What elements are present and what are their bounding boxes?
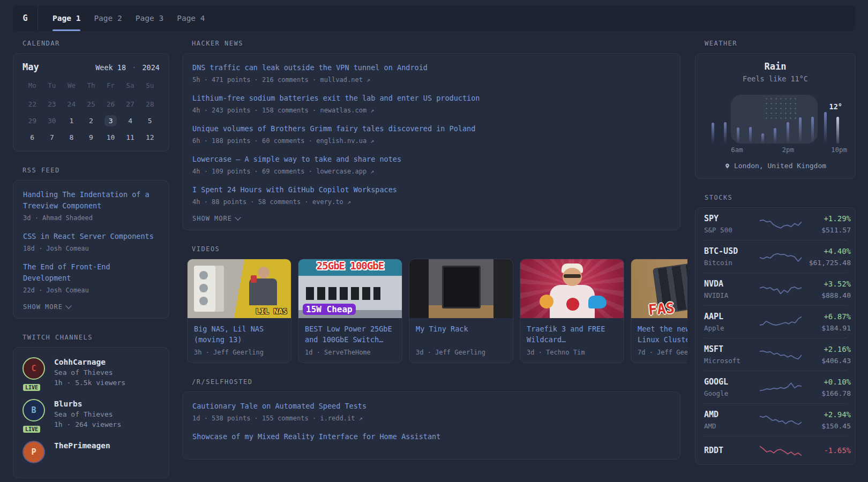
stock-symbol: RDDT [704,446,760,456]
calendar-day: 5 [140,112,160,129]
hackernews-item-title[interactable]: I Spent 24 Hours with GitHub Copilot Wor… [192,184,670,195]
video-card-body: Big NAS, Lil NAS (moving 13)3h · Jeff Ge… [188,318,291,363]
stock-values-block: +2.94%$150.45 [802,410,851,430]
hackernews-item-title[interactable]: DNS traffic can leak outside the VPN tun… [192,62,670,73]
stock-change: +6.87% [802,312,851,322]
thumbnail-overlay-bottom-text: 15W Cheap [303,304,356,315]
stock-row[interactable]: AMDAMD+2.94%$150.45 [704,403,847,436]
twitch-channel-meta: 1h · 5.5k viewers [54,378,125,388]
twitch-channel-name[interactable]: ThePrimeagen [54,441,110,451]
stock-change: +2.94% [802,410,851,420]
stock-row[interactable]: RDDT-1.65% [704,436,847,464]
thumbnail-overlay-text: FAS [648,299,675,318]
video-card: 25GbE 100GbE15W CheapBEST Low Power 25Gb… [298,259,402,363]
video-title[interactable]: BEST Low Power 25GbE and 100GbE Switch… [305,323,395,345]
stock-row[interactable]: SPYS&P 500+1.29%$511.57 [704,208,847,240]
twitch-avatar: C [23,357,45,380]
video-title[interactable]: Traefik 3 and FREE Wildcard… [527,323,617,345]
weather-card: Rain Feels like 11°C 12° 6am2pm10pm Lond… [695,53,856,179]
thumbnail-overlay-top-text: 25GbE 100GbE [298,260,402,272]
show-more-button[interactable]: SHOW MORE [23,303,159,311]
hackernews-section-label: HACKER NEWS [182,40,680,47]
thumb-art-ic2 [566,298,579,311]
stock-change: +2.16% [802,344,851,355]
video-title[interactable]: Meet the newest Linux Cluster [638,323,687,345]
rss-item-meta: 18d · Josh Comeau [23,245,159,252]
rss-item-title[interactable]: The End of Front-End Development [23,261,159,284]
rss-item-title[interactable]: Handling The Indentation of a Treeview C… [23,189,159,212]
hackernews-item-title[interactable]: Lowercase – A simple way to take and sha… [192,154,670,165]
video-meta: 3h · Jeff Geerling [194,349,285,356]
weather-bar [799,117,802,144]
video-title[interactable]: My Tiny Rack [416,323,506,345]
calendar-weekday: Tu [42,81,62,96]
twitch-channel-name[interactable]: Blurbs [54,399,121,409]
calendar-day: 30 [42,112,62,129]
thumb-art-mug [251,275,257,283]
calendar-day: 23 [42,96,62,112]
stock-name: S&P 500 [704,226,760,234]
weather-bars [712,92,839,144]
video-card: LIL NASBig NAS, Lil NAS (moving 13)3h · … [187,259,291,363]
calendar-weekday: Th [81,81,101,96]
weather-tick-label: 6am [731,146,743,154]
twitch-channel-row[interactable]: PThePrimeagen [23,441,160,463]
thumb-art-box [442,266,481,308]
stock-price: $888.40 [802,291,851,299]
twitch-channel-row[interactable]: CLIVECohhCarnageSea of Thieves1h · 5.5k … [23,357,160,388]
video-title[interactable]: Big NAS, Lil NAS (moving 13) [194,323,285,345]
weather-current-temp-label: 12° [829,102,842,111]
stock-price: $184.91 [802,324,851,332]
hackernews-item-title[interactable]: Unique volumes of Brothers Grimm fairy t… [192,123,670,134]
stock-name: Google [704,389,760,397]
calendar-day: 6 [23,129,42,146]
video-card: My Tiny Rack3d · Jeff Geerling [409,259,513,363]
tab-page-3[interactable]: Page 3 [136,5,163,31]
twitch-avatar: B [23,399,45,421]
stock-price: $166.78 [802,389,851,397]
stock-sparkline [760,442,802,458]
calendar-selected-day: 3 [104,115,117,126]
tab-page-1[interactable]: Page 1 [53,5,80,31]
video-thumbnail[interactable]: 25GbE 100GbE15W Cheap [298,259,402,318]
stocks-section: STOCKS SPYS&P 500+1.29%$511.57BTC-USDBit… [695,194,856,465]
stock-values-block: -1.65% [802,446,851,456]
stock-symbol: BTC-USD [704,246,760,257]
stock-symbol: AMD [704,410,760,420]
thumb-art-head [258,267,270,278]
hackernews-item-meta: 4h · 243 points · 158 comments · newatla… [192,107,670,114]
video-thumbnail[interactable]: FAS [631,259,687,318]
hackernews-item-title[interactable]: Lithium-free sodium batteries exit the l… [192,93,670,104]
stock-row[interactable]: BTC-USDBitcoin+4.40%$61,725.48 [704,240,847,273]
app-logo[interactable]: G [13,5,38,31]
video-thumbnail[interactable]: LIL NAS [188,259,291,318]
calendar-day: 26 [101,96,121,112]
stock-symbol: MSFT [704,344,760,355]
rss-item-meta: 3d · Ahmad Shadeed [23,214,159,222]
rss-item-title[interactable]: CSS in React Server Components [23,231,159,242]
stock-row[interactable]: AAPLApple+6.87%$184.91 [704,305,847,338]
tab-page-2[interactable]: Page 2 [94,5,122,31]
stock-name: Bitcoin [704,259,760,267]
videos-row[interactable]: LIL NASBig NAS, Lil NAS (moving 13)3h · … [187,259,687,363]
selfhosted-item-title[interactable]: Cautionary Tale on Automated Speed Tests [192,401,670,412]
twitch-channel-row[interactable]: BLIVEBlurbsSea of Thieves1h · 264 viewer… [23,399,160,430]
twitch-section-label: TWITCH CHANNELS [13,334,169,341]
stock-values-block: +3.52%$888.40 [802,279,851,299]
weather-bar [749,127,752,144]
twitch-channel-name[interactable]: CohhCarnage [54,357,125,367]
selfhosted-item-title[interactable]: Showcase of my Mixed Reality Interface f… [192,431,670,442]
video-thumbnail[interactable] [520,259,624,318]
weather-location-row[interactable]: London, United Kingdom [704,162,847,170]
tab-page-4[interactable]: Page 4 [177,5,205,31]
weather-bar [774,128,776,144]
stock-sparkline [760,314,802,330]
stock-symbol-block: GOOGLGoogle [704,377,760,397]
stock-row[interactable]: GOOGLGoogle+0.10%$166.78 [704,371,847,403]
video-thumbnail[interactable] [409,259,513,318]
twitch-channel-game: Sea of Thieves [54,367,125,378]
stock-row[interactable]: NVDANVIDIA+3.52%$888.40 [704,273,847,305]
hackernews-item-meta: 6h · 188 points · 60 comments · english.… [192,137,670,145]
show-more-button[interactable]: SHOW MORE [192,215,670,222]
stock-row[interactable]: MSFTMicrosoft+2.16%$406.43 [704,338,847,371]
